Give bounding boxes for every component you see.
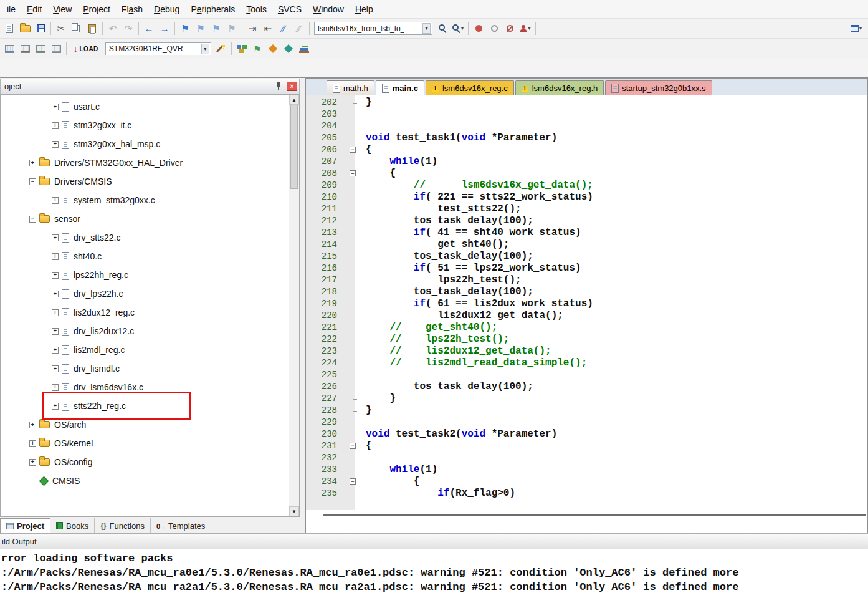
debug-restore-views-icon[interactable]: ▾	[518, 21, 533, 36]
tree-item[interactable]: +stm32g0xx_hal_msp.c	[1, 135, 289, 153]
software-components-icon[interactable]	[281, 41, 296, 56]
tree-item[interactable]: +sht40.c	[1, 247, 289, 266]
expand-plus-icon[interactable]: +	[52, 365, 59, 372]
breakpoint-enable-icon[interactable]	[487, 21, 502, 36]
bookmark-prev-icon[interactable]: ⚑	[193, 21, 208, 36]
indent-icon[interactable]: ⇥	[245, 21, 260, 36]
menu-item-window[interactable]: Window	[307, 2, 350, 16]
menu-item-project[interactable]: Project	[77, 2, 116, 16]
translate-icon[interactable]	[2, 41, 17, 56]
breakpoint-disable-all-icon[interactable]	[502, 21, 517, 36]
target-select-combo[interactable]: STM32G0B1RE_QVR▾	[105, 42, 211, 55]
chevron-down-icon[interactable]: ▾	[201, 44, 209, 54]
tree-item[interactable]: +drv_lsm6dsv16x.c	[1, 378, 289, 397]
tree-item[interactable]: +OS/kernel	[1, 434, 289, 453]
fold-collapse-icon[interactable]: −	[350, 170, 356, 176]
search-combo[interactable]: lsm6dsv16x_from_lsb_to_▾	[314, 22, 432, 35]
tree-item[interactable]: +stm32g0xx_it.c	[1, 116, 289, 135]
scrollbar-thumb[interactable]	[290, 105, 298, 189]
tree-item[interactable]: +drv_stts22.c	[1, 228, 289, 247]
options-for-target-icon[interactable]	[214, 41, 229, 56]
tree-item[interactable]: +stts22h_reg.c	[1, 397, 289, 415]
tree-item[interactable]: +usart.c	[1, 97, 289, 116]
expand-plus-icon[interactable]: +	[29, 440, 36, 447]
cut-icon[interactable]: ✂	[54, 21, 69, 36]
open-folder-icon[interactable]	[17, 21, 32, 36]
save-icon[interactable]	[33, 21, 48, 36]
chevron-down-icon[interactable]: ▾	[422, 23, 431, 34]
menu-item-edit[interactable]: Edit	[21, 2, 47, 16]
outdent-icon[interactable]: ⇤	[260, 21, 275, 36]
expand-plus-icon[interactable]: +	[52, 309, 59, 316]
panel-splitter[interactable]	[301, 78, 305, 533]
expand-plus-icon[interactable]: +	[52, 104, 59, 110]
scrollbar-track[interactable]	[289, 189, 299, 506]
expand-plus-icon[interactable]: +	[52, 328, 59, 335]
expand-plus-icon[interactable]: +	[52, 141, 59, 148]
code-area[interactable]: 202}203204205void test_task1(void *Param…	[306, 95, 867, 533]
tree-item[interactable]: CMSIS	[1, 471, 289, 490]
tree-item[interactable]: +drv_lps22h.c	[1, 284, 289, 303]
pin-icon[interactable]	[275, 82, 282, 91]
tree-item[interactable]: +drv_lis2dux12.c	[1, 322, 289, 340]
collapse-minus-icon[interactable]: −	[29, 216, 36, 223]
bookmark-clear-icon[interactable]: ⚑	[224, 21, 239, 36]
scroll-down-icon[interactable]: ▼	[289, 506, 299, 516]
nav-forward-icon[interactable]: →	[157, 21, 172, 36]
expand-plus-icon[interactable]: +	[29, 160, 36, 166]
expand-plus-icon[interactable]: +	[52, 384, 59, 391]
rebuild-icon[interactable]	[33, 41, 48, 56]
tree-item[interactable]: +lis2dux12_reg.c	[1, 303, 289, 322]
configure-flash-icon[interactable]	[265, 41, 280, 56]
manage-rte-icon[interactable]	[234, 41, 249, 56]
expand-plus-icon[interactable]: +	[52, 403, 59, 410]
tree-item[interactable]: +lis2mdl_reg.c	[1, 340, 289, 359]
tree-item[interactable]: +lps22hh_reg.c	[1, 266, 289, 284]
breakpoint-insert-icon[interactable]	[471, 21, 486, 36]
panel-tab-project[interactable]: Project	[0, 518, 50, 533]
tree-item[interactable]: +OS/config	[1, 453, 289, 471]
menu-item-tools[interactable]: Tools	[241, 2, 272, 16]
batch-build-icon[interactable]	[49, 41, 64, 56]
scroll-up-icon[interactable]: ▲	[289, 95, 299, 105]
fold-margin[interactable]: −	[346, 476, 362, 488]
menu-item-view[interactable]: View	[47, 2, 77, 16]
tree-scrollbar[interactable]: ▲ ▼	[289, 95, 299, 516]
editor-tab-lsm6dsv16x-reg-c[interactable]: lsm6dsv16x_reg.c	[426, 80, 514, 95]
build-icon[interactable]	[17, 41, 32, 56]
menu-item-debug[interactable]: Debug	[148, 2, 185, 16]
file-extensions-icon[interactable]: ⚑	[250, 41, 265, 56]
fold-margin[interactable]: −	[346, 144, 362, 156]
tree-item[interactable]: +drv_lismdl.c	[1, 359, 289, 378]
expand-plus-icon[interactable]: +	[52, 291, 59, 297]
expand-plus-icon[interactable]: +	[52, 253, 59, 260]
paste-icon[interactable]	[85, 21, 100, 36]
collapse-minus-icon[interactable]: −	[29, 178, 36, 185]
menu-item-ile[interactable]: ile	[1, 2, 21, 16]
menu-item-svcs[interactable]: SVCS	[272, 2, 307, 16]
load-button[interactable]: ↓LOAD	[70, 42, 102, 55]
fold-margin[interactable]: −	[346, 168, 362, 180]
fold-collapse-icon[interactable]: −	[350, 147, 356, 153]
expand-plus-icon[interactable]: +	[52, 234, 59, 241]
expand-plus-icon[interactable]: +	[52, 122, 59, 129]
bookmark-toggle-icon[interactable]: ⚑	[178, 21, 193, 36]
editor-tab-lsm6dsv16x-reg-h[interactable]: lsm6dsv16x_reg.h	[515, 80, 604, 95]
uncomment-icon[interactable]: ∕∕	[292, 21, 307, 36]
find-in-files-icon[interactable]: ▾	[451, 21, 465, 36]
panel-tab-templates[interactable]: 0→Templates	[151, 518, 211, 533]
tree-item[interactable]: +Drivers/STM32G0xx_HAL_Driver	[1, 153, 289, 172]
window-layout-icon[interactable]: ▾	[849, 21, 864, 36]
menu-item-flash[interactable]: Flash	[116, 2, 148, 16]
tree-item[interactable]: −Drivers/CMSIS	[1, 172, 289, 191]
pack-installer-icon[interactable]	[297, 41, 312, 56]
editor-hscrollbar[interactable]	[323, 514, 866, 516]
editor-tab-startup-stm32g0b1xx-s[interactable]: startup_stm32g0b1xx.s	[605, 80, 712, 95]
tree-item[interactable]: +system_stm32g0xx.c	[1, 191, 289, 210]
expand-plus-icon[interactable]: +	[52, 197, 59, 204]
nav-back-icon[interactable]: ←	[141, 21, 156, 36]
tree-item[interactable]: +OS/arch	[1, 415, 289, 434]
expand-plus-icon[interactable]: +	[29, 422, 36, 428]
close-icon[interactable]: ×	[287, 82, 297, 91]
panel-tab-books[interactable]: Books	[50, 518, 95, 533]
